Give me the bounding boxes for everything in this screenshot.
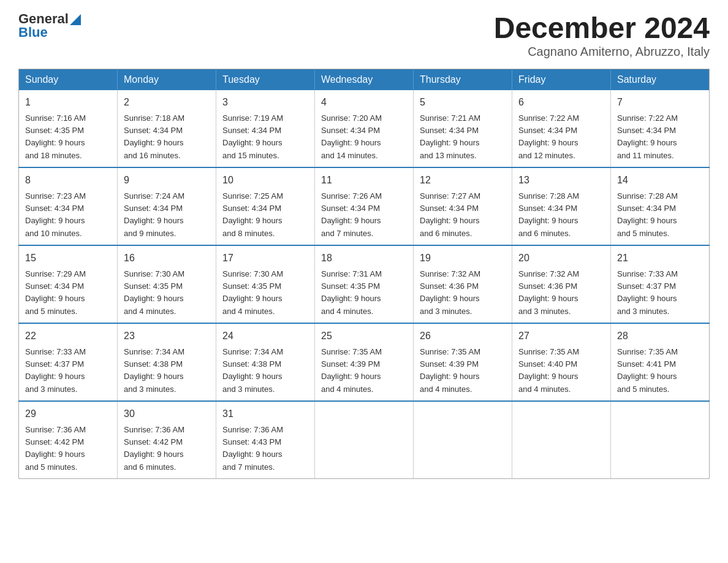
- day-number: 31: [222, 407, 308, 421]
- table-row: 2Sunrise: 7:18 AMSunset: 4:34 PMDaylight…: [118, 90, 216, 167]
- day-number: 18: [321, 251, 407, 266]
- day-info: Sunrise: 7:29 AMSunset: 4:34 PMDaylight:…: [25, 269, 86, 316]
- col-thursday: Thursday: [414, 69, 512, 90]
- day-info: Sunrise: 7:28 AMSunset: 4:34 PMDaylight:…: [617, 191, 678, 238]
- table-row: 28Sunrise: 7:35 AMSunset: 4:41 PMDayligh…: [611, 323, 710, 401]
- table-row: 4Sunrise: 7:20 AMSunset: 4:34 PMDaylight…: [315, 90, 414, 167]
- table-row: 31Sunrise: 7:36 AMSunset: 4:43 PMDayligh…: [216, 401, 315, 479]
- table-row: 17Sunrise: 7:30 AMSunset: 4:35 PMDayligh…: [216, 245, 315, 323]
- day-number: 25: [321, 329, 407, 343]
- table-row: 1Sunrise: 7:16 AMSunset: 4:35 PMDaylight…: [19, 90, 118, 167]
- calendar-week-row: 1Sunrise: 7:16 AMSunset: 4:35 PMDaylight…: [19, 90, 710, 167]
- day-number: 21: [617, 251, 703, 266]
- calendar-week-row: 15Sunrise: 7:29 AMSunset: 4:34 PMDayligh…: [19, 245, 710, 323]
- table-row: 16Sunrise: 7:30 AMSunset: 4:35 PMDayligh…: [118, 245, 216, 323]
- col-saturday: Saturday: [611, 69, 710, 90]
- day-info: Sunrise: 7:35 AMSunset: 4:40 PMDaylight:…: [518, 347, 579, 394]
- day-number: 7: [617, 95, 703, 110]
- table-row: 8Sunrise: 7:23 AMSunset: 4:34 PMDaylight…: [19, 167, 118, 245]
- day-number: 29: [25, 407, 111, 421]
- day-info: Sunrise: 7:23 AMSunset: 4:34 PMDaylight:…: [25, 191, 86, 238]
- table-row: 27Sunrise: 7:35 AMSunset: 4:40 PMDayligh…: [512, 323, 611, 401]
- col-sunday: Sunday: [19, 69, 118, 90]
- table-row: 25Sunrise: 7:35 AMSunset: 4:39 PMDayligh…: [315, 323, 414, 401]
- day-number: 6: [518, 95, 604, 110]
- day-number: 11: [321, 173, 407, 188]
- day-info: Sunrise: 7:20 AMSunset: 4:34 PMDaylight:…: [321, 113, 382, 160]
- col-friday: Friday: [512, 69, 611, 90]
- logo-general-text: General: [18, 12, 69, 26]
- day-info: Sunrise: 7:24 AMSunset: 4:34 PMDaylight:…: [124, 191, 184, 238]
- day-info: Sunrise: 7:34 AMSunset: 4:38 PMDaylight:…: [124, 347, 184, 394]
- svg-marker-0: [70, 14, 81, 25]
- day-info: Sunrise: 7:32 AMSunset: 4:36 PMDaylight:…: [420, 269, 480, 316]
- table-row: [414, 401, 512, 479]
- day-info: Sunrise: 7:18 AMSunset: 4:34 PMDaylight:…: [124, 113, 184, 160]
- table-row: 5Sunrise: 7:21 AMSunset: 4:34 PMDaylight…: [414, 90, 512, 167]
- day-info: Sunrise: 7:22 AMSunset: 4:34 PMDaylight:…: [518, 113, 579, 160]
- day-number: 23: [124, 329, 210, 343]
- table-row: 21Sunrise: 7:33 AMSunset: 4:37 PMDayligh…: [611, 245, 710, 323]
- title-block: December 2024 Cagnano Amiterno, Abruzzo,…: [494, 12, 710, 59]
- table-row: 6Sunrise: 7:22 AMSunset: 4:34 PMDaylight…: [512, 90, 611, 167]
- day-info: Sunrise: 7:33 AMSunset: 4:37 PMDaylight:…: [25, 347, 86, 394]
- day-number: 8: [25, 173, 111, 188]
- day-number: 4: [321, 95, 407, 110]
- day-info: Sunrise: 7:16 AMSunset: 4:35 PMDaylight:…: [25, 113, 86, 160]
- table-row: 24Sunrise: 7:34 AMSunset: 4:38 PMDayligh…: [216, 323, 315, 401]
- day-info: Sunrise: 7:25 AMSunset: 4:34 PMDaylight:…: [222, 191, 283, 238]
- day-number: 27: [518, 329, 604, 343]
- table-row: 20Sunrise: 7:32 AMSunset: 4:36 PMDayligh…: [512, 245, 611, 323]
- day-info: Sunrise: 7:33 AMSunset: 4:37 PMDaylight:…: [617, 269, 678, 316]
- page-subtitle: Cagnano Amiterno, Abruzzo, Italy: [494, 45, 710, 59]
- day-info: Sunrise: 7:28 AMSunset: 4:34 PMDaylight:…: [518, 191, 579, 238]
- day-info: Sunrise: 7:35 AMSunset: 4:39 PMDaylight:…: [321, 347, 382, 394]
- table-row: 15Sunrise: 7:29 AMSunset: 4:34 PMDayligh…: [19, 245, 118, 323]
- table-row: 11Sunrise: 7:26 AMSunset: 4:34 PMDayligh…: [315, 167, 414, 245]
- day-number: 1: [25, 95, 111, 110]
- table-row: 18Sunrise: 7:31 AMSunset: 4:35 PMDayligh…: [315, 245, 414, 323]
- day-number: 5: [420, 95, 506, 110]
- col-monday: Monday: [118, 69, 216, 90]
- day-info: Sunrise: 7:21 AMSunset: 4:34 PMDaylight:…: [420, 113, 480, 160]
- day-number: 20: [518, 251, 604, 266]
- day-info: Sunrise: 7:27 AMSunset: 4:34 PMDaylight:…: [420, 191, 480, 238]
- day-number: 3: [222, 95, 308, 110]
- day-number: 12: [420, 173, 506, 188]
- calendar-table: Sunday Monday Tuesday Wednesday Thursday…: [18, 69, 710, 479]
- day-info: Sunrise: 7:19 AMSunset: 4:34 PMDaylight:…: [222, 113, 283, 160]
- day-number: 26: [420, 329, 506, 343]
- calendar-week-row: 22Sunrise: 7:33 AMSunset: 4:37 PMDayligh…: [19, 323, 710, 401]
- table-row: 23Sunrise: 7:34 AMSunset: 4:38 PMDayligh…: [118, 323, 216, 401]
- day-number: 24: [222, 329, 308, 343]
- page-title: December 2024: [494, 12, 710, 45]
- day-info: Sunrise: 7:36 AMSunset: 4:43 PMDaylight:…: [222, 425, 283, 472]
- table-row: 13Sunrise: 7:28 AMSunset: 4:34 PMDayligh…: [512, 167, 611, 245]
- table-row: [315, 401, 414, 479]
- table-row: 29Sunrise: 7:36 AMSunset: 4:42 PMDayligh…: [19, 401, 118, 479]
- day-number: 10: [222, 173, 308, 188]
- day-number: 16: [124, 251, 210, 266]
- table-row: 3Sunrise: 7:19 AMSunset: 4:34 PMDaylight…: [216, 90, 315, 167]
- day-info: Sunrise: 7:36 AMSunset: 4:42 PMDaylight:…: [25, 425, 86, 472]
- logo-blue-text: Blue: [18, 26, 48, 39]
- day-info: Sunrise: 7:32 AMSunset: 4:36 PMDaylight:…: [518, 269, 579, 316]
- table-row: 19Sunrise: 7:32 AMSunset: 4:36 PMDayligh…: [414, 245, 512, 323]
- table-row: [512, 401, 611, 479]
- day-info: Sunrise: 7:36 AMSunset: 4:42 PMDaylight:…: [124, 425, 184, 472]
- day-info: Sunrise: 7:30 AMSunset: 4:35 PMDaylight:…: [222, 269, 283, 316]
- day-number: 9: [124, 173, 210, 188]
- table-row: 22Sunrise: 7:33 AMSunset: 4:37 PMDayligh…: [19, 323, 118, 401]
- day-info: Sunrise: 7:35 AMSunset: 4:41 PMDaylight:…: [617, 347, 678, 394]
- col-wednesday: Wednesday: [315, 69, 414, 90]
- day-info: Sunrise: 7:34 AMSunset: 4:38 PMDaylight:…: [222, 347, 283, 394]
- day-info: Sunrise: 7:22 AMSunset: 4:34 PMDaylight:…: [617, 113, 678, 160]
- table-row: 30Sunrise: 7:36 AMSunset: 4:42 PMDayligh…: [118, 401, 216, 479]
- logo-triangle-icon: [70, 14, 81, 25]
- day-info: Sunrise: 7:26 AMSunset: 4:34 PMDaylight:…: [321, 191, 382, 238]
- day-number: 14: [617, 173, 703, 188]
- day-number: 15: [25, 251, 111, 266]
- page-header: General Blue December 2024 Cagnano Amite…: [18, 12, 710, 59]
- table-row: 12Sunrise: 7:27 AMSunset: 4:34 PMDayligh…: [414, 167, 512, 245]
- table-row: 7Sunrise: 7:22 AMSunset: 4:34 PMDaylight…: [611, 90, 710, 167]
